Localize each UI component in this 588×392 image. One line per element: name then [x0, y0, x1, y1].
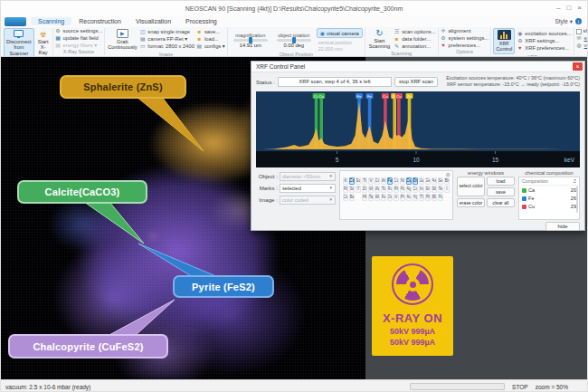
hide-button[interactable]: hide: [545, 222, 580, 231]
snap-single-image-item[interactable]: ◫snap single image: [139, 29, 194, 35]
element-cell-ni[interactable]: Ni: [400, 177, 405, 185]
element-cell-hf[interactable]: Hf: [362, 194, 367, 201]
element-cell-zr[interactable]: Zr: [362, 186, 367, 193]
xrf-control-button[interactable]: XRF Control: [493, 28, 515, 54]
element-cell-te[interactable]: Te: [438, 186, 443, 193]
element-cell-v[interactable]: V: [368, 177, 374, 185]
maximize-button[interactable]: □: [566, 5, 571, 12]
xrf-settings-item[interactable]: ⚙XRF settings...: [517, 38, 571, 44]
element-cell-os[interactable]: Os: [387, 194, 393, 201]
close-button[interactable]: ×: [577, 5, 582, 12]
tab-reconstruction[interactable]: Reconstruction: [71, 17, 128, 25]
source-settings-item[interactable]: ⚙source settings...: [55, 28, 103, 34]
element-cell-cu[interactable]: Cu: [406, 177, 412, 185]
visit-website-link[interactable]: ◍visit website: [576, 43, 587, 49]
element-cell-sb[interactable]: Sb: [432, 186, 437, 193]
system-settings-item[interactable]: ⚙system settings...: [441, 35, 489, 42]
shortcuts-option[interactable]: shortcuts: [576, 28, 587, 34]
element-cell-ge[interactable]: Ge: [425, 177, 431, 185]
element-cell-ir[interactable]: Ir: [394, 194, 399, 201]
stop-xrf-scan-button[interactable]: stop XRF scan: [394, 77, 438, 87]
element-cell-se[interactable]: Se: [438, 177, 443, 185]
element-cell-bi[interactable]: Bi: [432, 194, 437, 201]
gear-icon[interactable]: ⚙: [446, 171, 450, 177]
element-cell-cs[interactable]: Cs: [343, 194, 348, 201]
element-cell-as[interactable]: As: [432, 177, 437, 185]
clear-all-button[interactable]: clear all: [487, 198, 515, 207]
element-cell-cd[interactable]: Cd: [413, 186, 418, 193]
image-dropdown[interactable]: color coded▼: [280, 196, 336, 205]
element-cell-ta[interactable]: Ta: [368, 194, 374, 201]
style-menu[interactable]: Style ▾: [555, 18, 573, 25]
element-cell-hg[interactable]: Hg: [413, 194, 418, 201]
element-cell-au[interactable]: Au: [406, 194, 412, 201]
marks-dropdown[interactable]: selected▼: [280, 184, 336, 193]
element-cell-w[interactable]: W: [375, 194, 380, 201]
element-cell-pb[interactable]: Pb: [425, 194, 431, 201]
xrf-preferences-item[interactable]: ♥XRF preferences...: [517, 45, 571, 52]
element-cell-ag[interactable]: Ag: [406, 186, 412, 193]
data-folder-item[interactable]: ■data folder...: [394, 36, 435, 43]
info-icon[interactable]: i: [575, 18, 582, 24]
visual-camera-toggle[interactable]: ◉ visual camera: [317, 28, 363, 38]
element-cell-ca[interactable]: Ca: [349, 177, 355, 185]
element-cell-sc[interactable]: Sc: [356, 177, 361, 185]
grab-continuously-button[interactable]: ▶ Grab Continuously: [107, 28, 138, 52]
element-cell-y[interactable]: Y: [356, 186, 361, 193]
disconnect-from-scanner-button[interactable]: Disconnect from Scanner: [4, 28, 34, 57]
slider-thumb[interactable]: [249, 37, 252, 43]
element-cell-re[interactable]: Re: [381, 194, 386, 201]
element-cell-pd[interactable]: Pd: [400, 186, 405, 193]
panel-title-bar[interactable]: XRF Control Panel ×: [251, 62, 584, 72]
element-cell-in[interactable]: In: [419, 186, 424, 193]
save-button[interactable]: save: [487, 187, 515, 196]
minimize-button[interactable]: –: [556, 5, 560, 12]
element-cell-ba[interactable]: Ba: [349, 194, 355, 201]
object-dropdown[interactable]: diameter <50mm▼: [280, 172, 336, 181]
element-cell-cr[interactable]: Cr: [375, 177, 380, 185]
scan-options-item[interactable]: ☰scan options...: [394, 29, 435, 35]
stop-indicator[interactable]: STOP: [512, 384, 528, 390]
element-cell-sr[interactable]: Sr: [349, 186, 355, 193]
element-cell-nb[interactable]: Nb: [368, 186, 374, 193]
configs-item[interactable]: ▤configs ▾: [196, 43, 225, 50]
element-cell-sn[interactable]: Sn: [425, 186, 431, 193]
element-cell-ga[interactable]: Ga: [419, 177, 424, 185]
excitation-sources-item[interactable]: ◉excitation sources...: [517, 31, 571, 37]
element-cell-pt[interactable]: Pt: [400, 194, 405, 201]
app-menu-button[interactable]: [5, 17, 26, 26]
start-xray-button[interactable]: ☢ Start X-Ray: [36, 28, 51, 57]
element-cell-ti[interactable]: Ti: [362, 177, 367, 185]
load-button[interactable]: load: [487, 177, 515, 186]
send-email-link[interactable]: ✉send e-mail: [576, 35, 587, 42]
load-item[interactable]: ■load...: [196, 36, 225, 43]
tab-processing[interactable]: Processing: [178, 17, 224, 25]
element-cell-mo[interactable]: Mo: [375, 186, 380, 193]
rotation-slider[interactable]: [277, 39, 311, 42]
scrollbar[interactable]: [576, 186, 578, 213]
panel-close-button[interactable]: ×: [573, 62, 583, 71]
camera-mode-item[interactable]: ▤camera FP-Ret ▾: [139, 36, 194, 43]
tab-visualization[interactable]: Visualization: [128, 17, 178, 25]
element-cell-rb[interactable]: Rb: [343, 186, 348, 193]
select-color-button[interactable]: select color: [457, 177, 485, 196]
element-cell-zn[interactable]: Zn: [413, 177, 418, 185]
element-cell-co[interactable]: Co: [394, 177, 399, 185]
element-cell-tl[interactable]: Tl: [419, 194, 424, 201]
alignment-item[interactable]: ✛alignment: [441, 28, 489, 34]
element-cell-tc[interactable]: Tc: [381, 186, 386, 193]
magnification-slider[interactable]: [233, 39, 268, 42]
element-cell-po[interactable]: Po: [438, 194, 443, 201]
tab-scanning[interactable]: Scanning: [31, 17, 71, 25]
preferences-item[interactable]: ♥preferences...: [441, 43, 489, 49]
element-cell-ru[interactable]: Ru: [387, 186, 393, 193]
shortcuts-checkbox[interactable]: [576, 29, 582, 34]
update-flat-field-item[interactable]: ▦update flat field: [55, 35, 103, 42]
format-item[interactable]: ▭format: 2800 x 2400: [139, 43, 194, 50]
element-cell-i[interactable]: I: [444, 186, 450, 193]
erase-color-button[interactable]: erase color: [457, 198, 485, 207]
element-cell-fe[interactable]: Fe: [387, 177, 393, 185]
element-cell-k[interactable]: K: [343, 177, 348, 185]
start-scanning-button[interactable]: ↻ Start Scanning: [367, 28, 392, 51]
element-cell-rh[interactable]: Rh: [394, 186, 399, 193]
